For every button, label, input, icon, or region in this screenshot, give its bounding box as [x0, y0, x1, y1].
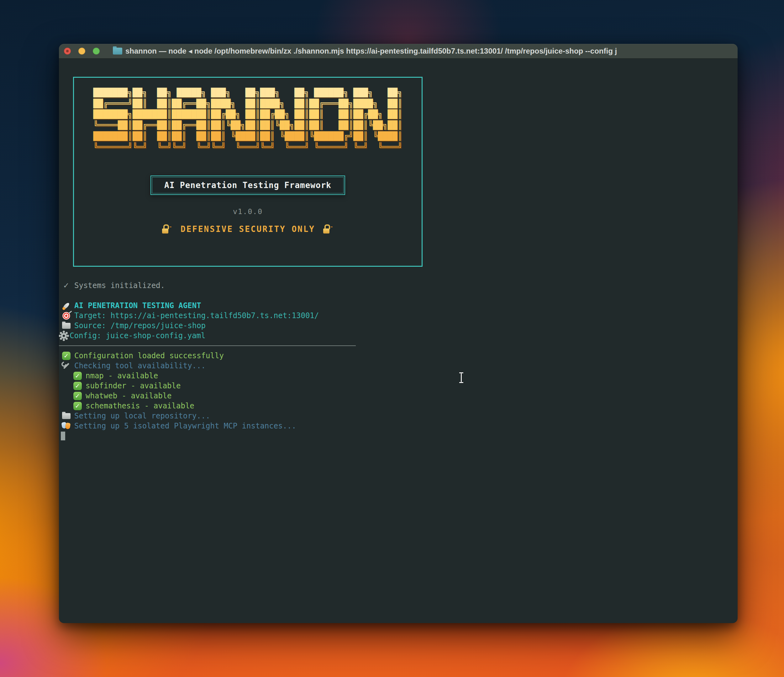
terminal-content[interactable]: ███████╗██╗ ██╗ █████╗ ███╗ ██╗███╗ ██╗ …: [59, 59, 737, 623]
line-text: AI PENETRATION TESTING AGENT: [74, 301, 201, 310]
terminal-output: Systems initialized.AI PENETRATION TESTI…: [59, 280, 737, 441]
framework-label: AI Penetration Testing Framework: [164, 181, 331, 190]
terminal-line: whatweb - available: [61, 391, 737, 401]
terminal-block-cursor: [61, 431, 65, 440]
line-text: Checking tool availability...: [74, 361, 205, 370]
folder-icon: [113, 48, 122, 54]
minimize-button[interactable]: [78, 48, 85, 54]
terminal-line: Setting up local repository...: [61, 411, 737, 421]
terminal-line: subfinder - available: [61, 381, 737, 391]
line-text: Target: https://ai-pentesting.tailfd50b7…: [74, 311, 319, 320]
version-label: v1.0.0: [233, 207, 263, 216]
banner-box: ███████╗██╗ ██╗ █████╗ ███╗ ██╗███╗ ██╗ …: [73, 77, 423, 267]
folder-icon: [61, 411, 72, 420]
framework-box: AI Penetration Testing Framework: [151, 176, 345, 195]
shannon-ascii-logo: ███████╗██╗ ██╗ █████╗ ███╗ ██╗███╗ ██╗ …: [93, 87, 402, 153]
terminal-line: Source: /tmp/repos/juice-shop: [61, 321, 737, 331]
line-text: Source: /tmp/repos/juice-shop: [74, 321, 205, 330]
terminal-line: Configuration loaded successfully: [61, 351, 737, 361]
terminal-line: schemathesis - available: [61, 401, 737, 411]
ascii-logo-line: ╚══════╝╚═╝ ╚═╝╚═╝ ╚═╝╚═╝ ╚═══╝╚═╝ ╚═══╝…: [93, 142, 402, 152]
ascii-logo-line: ╚════██║██╔══██║██╔══██║██║╚██╗██║██║╚██…: [93, 120, 402, 130]
line-text: Setting up local repository...: [74, 411, 210, 420]
check-badge-icon: [72, 391, 83, 400]
line-text: Systems initialized.: [74, 281, 165, 290]
wrench-icon: [61, 361, 72, 370]
line-text: whatweb - available: [86, 391, 172, 400]
line-text: Config: juice-shop-config.yaml: [70, 331, 205, 340]
terminal-line: AI PENETRATION TESTING AGENT: [61, 300, 737, 311]
line-text: nmap - available: [86, 371, 158, 380]
cursor-line: [61, 431, 737, 441]
check-badge-icon: [72, 381, 83, 391]
folder-icon: [61, 321, 72, 330]
ibeam-cursor: [458, 371, 465, 384]
security-badge-label: DEFENSIVE SECURITY ONLY: [180, 224, 315, 234]
terminal-line: Checking tool availability...: [61, 361, 737, 371]
ascii-logo-line: ██╔════╝██║ ██║██╔══██╗████╗ ██║████╗ ██…: [93, 99, 402, 108]
terminal-line: Setting up 5 isolated Playwright MCP ins…: [61, 421, 737, 431]
line-text: schemathesis - available: [86, 402, 194, 410]
separator-line: [61, 341, 737, 351]
ascii-logo-line: ███████║██║ ██║██║ ██║██║ ╚████║██║ ╚███…: [93, 131, 402, 141]
check-badge-icon: [61, 351, 72, 360]
target-icon: [61, 311, 72, 320]
terminal-line: Target: https://ai-pentesting.tailfd50b7…: [61, 311, 737, 321]
terminal-line: Config: juice-shop-config.yaml: [61, 331, 737, 341]
check-badge-icon: [72, 371, 83, 380]
line-text: Setting up 5 isolated Playwright MCP ins…: [74, 422, 296, 430]
line-text: subfinder - available: [86, 381, 180, 390]
terminal-line: Systems initialized.: [61, 280, 737, 291]
check-badge-icon: [72, 401, 83, 411]
zoom-button[interactable]: [93, 48, 100, 54]
blank-line: [61, 291, 737, 300]
window-titlebar[interactable]: shannon — node ◂ node /opt/homebrew/bin/…: [59, 44, 737, 59]
close-button[interactable]: [64, 48, 71, 54]
lock-icon: [160, 224, 171, 235]
window-title: shannon — node ◂ node /opt/homebrew/bin/…: [125, 47, 732, 56]
security-badge: DEFENSIVE SECURITY ONLY: [160, 224, 335, 235]
masks-icon: [61, 421, 72, 431]
ascii-logo-line: ███████╗██╗ ██╗ █████╗ ███╗ ██╗███╗ ██╗ …: [93, 88, 402, 97]
lock-icon: [321, 224, 333, 235]
line-text: Configuration loaded successfully: [74, 351, 224, 360]
terminal-line: nmap - available: [61, 371, 737, 381]
checkmark-icon: [61, 281, 72, 290]
rocket-icon: [61, 301, 72, 310]
ascii-logo-line: ███████╗███████║███████║██╔██╗ ██║██╔██╗…: [93, 109, 402, 119]
terminal-window: shannon — node ◂ node /opt/homebrew/bin/…: [59, 44, 737, 623]
gear-icon: [59, 331, 69, 340]
